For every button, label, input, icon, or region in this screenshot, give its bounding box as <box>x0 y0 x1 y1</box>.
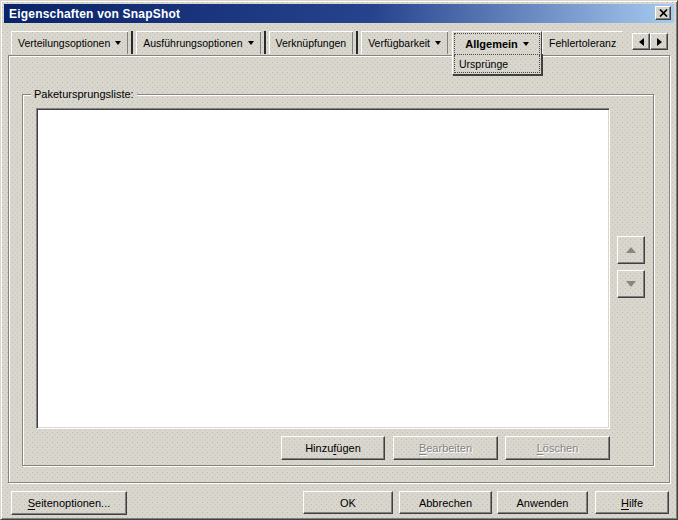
tab-ausfuehrungsoptionen[interactable]: Ausführungsoptionen <box>136 31 260 54</box>
tab-page-panel: Paketursprungsliste: Hinzufügen Bearbeit… <box>8 55 670 483</box>
tab-verknuepfungen[interactable]: Verknüpfungen <box>269 31 354 54</box>
page-options-button[interactable]: Seitenoptionen... <box>11 491 127 515</box>
package-source-groupbox: Paketursprungsliste: Hinzufügen Bearbeit… <box>22 94 654 466</box>
move-up-button[interactable] <box>617 236 645 264</box>
tab-allgemein-group: Allgemein Ursprünge <box>452 31 542 75</box>
close-icon <box>659 9 668 17</box>
help-button[interactable]: Hilfe <box>595 491 669 514</box>
tab-divider <box>131 31 133 54</box>
tab-divider <box>356 31 358 54</box>
delete-button-label: Löschen <box>537 442 579 454</box>
dropdown-arrow-icon <box>248 41 254 45</box>
help-label: Hilfe <box>621 497 643 509</box>
group-label: Paketursprungsliste: <box>31 88 137 101</box>
apply-button[interactable]: Anwenden <box>497 491 588 514</box>
edit-button[interactable]: Bearbeiten <box>393 436 498 460</box>
move-down-button[interactable] <box>617 270 645 298</box>
tab-verteilungsoptionen[interactable]: Verteilungsoptionen <box>11 31 128 54</box>
page-options-label: Seitenoptionen... <box>28 497 111 509</box>
up-arrow-icon <box>626 247 636 253</box>
scroll-right-icon <box>657 38 662 46</box>
dropdown-arrow-icon <box>523 42 529 46</box>
delete-button[interactable]: Löschen <box>505 436 610 460</box>
subtab-urspruenge[interactable]: Ursprünge <box>454 55 540 73</box>
ok-label: OK <box>340 497 356 509</box>
tab-verfuegbarkeit[interactable]: Verfügbarkeit <box>361 31 448 54</box>
scroll-left-icon <box>639 38 644 46</box>
tab-scroll-buttons <box>632 33 668 50</box>
apply-label: Anwenden <box>517 497 569 509</box>
ok-button[interactable]: OK <box>303 491 393 514</box>
close-button[interactable] <box>655 6 671 20</box>
tab-scroll-left-button[interactable] <box>632 33 650 50</box>
tab-fehlertoleranz[interactable]: Fehlertoleranz <box>542 31 628 54</box>
window-title: Eigenschaften von SnapShot <box>9 7 180 21</box>
tab-scroll-right-button[interactable] <box>650 33 668 50</box>
tab-allgemein[interactable]: Allgemein <box>454 33 540 55</box>
titlebar: Eigenschaften von SnapShot <box>4 4 674 23</box>
cancel-label: Abbrechen <box>419 497 472 509</box>
add-button-label: Hinzufügen <box>305 442 361 454</box>
tab-strip: Verteilungsoptionen Ausführungsoptionen … <box>11 31 668 75</box>
package-source-listbox[interactable] <box>36 108 610 429</box>
dropdown-arrow-icon <box>435 41 441 45</box>
edit-button-label: Bearbeiten <box>419 442 472 454</box>
dialog-window: Eigenschaften von SnapShot Paketursprung… <box>0 0 678 520</box>
tab-divider <box>264 31 266 54</box>
add-button[interactable]: Hinzufügen <box>281 436 385 460</box>
down-arrow-icon <box>626 281 636 287</box>
cancel-button[interactable]: Abbrechen <box>399 491 492 514</box>
dropdown-arrow-icon <box>115 41 121 45</box>
